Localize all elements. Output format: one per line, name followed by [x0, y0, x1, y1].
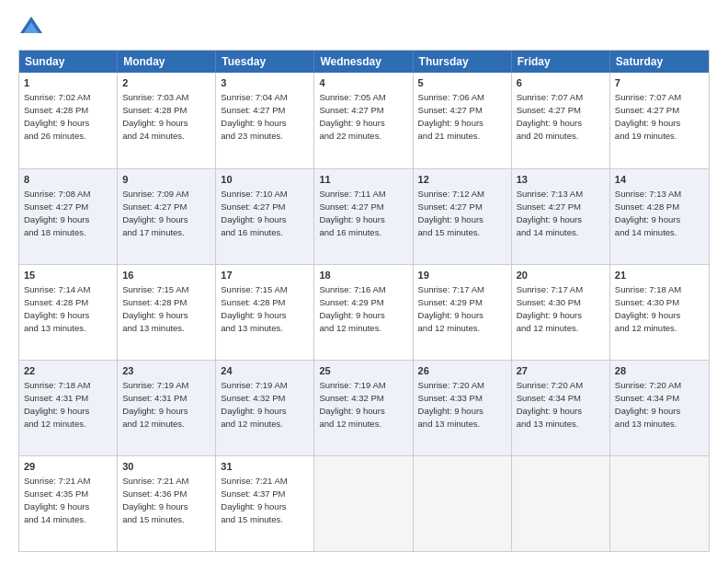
day-number: 6 — [517, 76, 605, 90]
logo — [18, 15, 48, 40]
calendar-cell: 20Sunrise: 7:17 AMSunset: 4:30 PMDayligh… — [512, 265, 610, 360]
day-number: 31 — [221, 460, 309, 474]
day-number: 28 — [615, 364, 704, 378]
calendar-cell: 13Sunrise: 7:13 AMSunset: 4:27 PMDayligh… — [512, 169, 610, 264]
calendar-cell: 9Sunrise: 7:09 AMSunset: 4:27 PMDaylight… — [118, 169, 216, 264]
day-number: 13 — [517, 173, 605, 187]
calendar-cell: 3Sunrise: 7:04 AMSunset: 4:27 PMDaylight… — [216, 73, 314, 168]
calendar-cell: 10Sunrise: 7:10 AMSunset: 4:27 PMDayligh… — [216, 169, 314, 264]
calendar-cell: 31Sunrise: 7:21 AMSunset: 4:37 PMDayligh… — [216, 456, 314, 551]
calendar-row: 8Sunrise: 7:08 AMSunset: 4:27 PMDaylight… — [19, 168, 709, 264]
calendar-cell: 19Sunrise: 7:17 AMSunset: 4:29 PMDayligh… — [414, 265, 512, 360]
day-number: 8 — [24, 173, 112, 187]
calendar-cell: 17Sunrise: 7:15 AMSunset: 4:28 PMDayligh… — [216, 265, 314, 360]
calendar-cell: 22Sunrise: 7:18 AMSunset: 4:31 PMDayligh… — [19, 361, 118, 455]
cell-info: Sunrise: 7:20 AMSunset: 4:34 PMDaylight:… — [517, 379, 605, 430]
day-number: 14 — [615, 173, 704, 187]
day-number: 7 — [615, 76, 704, 90]
calendar-cell: 18Sunrise: 7:16 AMSunset: 4:29 PMDayligh… — [314, 265, 413, 360]
day-number: 5 — [418, 76, 506, 90]
calendar-cell: 29Sunrise: 7:21 AMSunset: 4:35 PMDayligh… — [19, 456, 118, 551]
cell-info: Sunrise: 7:07 AMSunset: 4:27 PMDaylight:… — [517, 91, 605, 142]
day-number: 22 — [24, 364, 112, 378]
cell-info: Sunrise: 7:20 AMSunset: 4:34 PMDaylight:… — [615, 379, 704, 430]
day-number: 26 — [418, 364, 506, 378]
cell-info: Sunrise: 7:20 AMSunset: 4:33 PMDaylight:… — [418, 379, 506, 430]
cell-info: Sunrise: 7:19 AMSunset: 4:32 PMDaylight:… — [319, 379, 407, 430]
cell-info: Sunrise: 7:17 AMSunset: 4:29 PMDaylight:… — [418, 283, 506, 334]
cell-info: Sunrise: 7:07 AMSunset: 4:27 PMDaylight:… — [615, 91, 704, 142]
cell-info: Sunrise: 7:15 AMSunset: 4:28 PMDaylight:… — [221, 283, 309, 334]
day-number: 23 — [122, 364, 210, 378]
day-number: 2 — [122, 76, 210, 90]
calendar: SundayMondayTuesdayWednesdayThursdayFrid… — [18, 50, 710, 552]
day-number: 12 — [418, 173, 506, 187]
calendar-cell: 11Sunrise: 7:11 AMSunset: 4:27 PMDayligh… — [314, 169, 413, 264]
calendar-cell: 1Sunrise: 7:02 AMSunset: 4:28 PMDaylight… — [19, 73, 118, 168]
cell-info: Sunrise: 7:10 AMSunset: 4:27 PMDaylight:… — [221, 188, 309, 238]
logo-icon — [18, 15, 44, 40]
calendar-cell: 30Sunrise: 7:21 AMSunset: 4:36 PMDayligh… — [118, 456, 216, 551]
day-number: 3 — [221, 76, 309, 90]
calendar-cell: 4Sunrise: 7:05 AMSunset: 4:27 PMDaylight… — [314, 73, 413, 168]
calendar-header-cell: Tuesday — [216, 51, 314, 73]
day-number: 25 — [319, 364, 407, 378]
calendar-header-cell: Thursday — [414, 51, 512, 73]
day-number: 1 — [24, 76, 112, 90]
cell-info: Sunrise: 7:13 AMSunset: 4:27 PMDaylight:… — [517, 188, 605, 238]
day-number: 29 — [24, 460, 112, 474]
calendar-header-cell: Monday — [118, 51, 216, 73]
cell-info: Sunrise: 7:03 AMSunset: 4:28 PMDaylight:… — [122, 91, 210, 142]
day-number: 18 — [319, 269, 407, 282]
calendar-row: 22Sunrise: 7:18 AMSunset: 4:31 PMDayligh… — [19, 360, 709, 455]
cell-info: Sunrise: 7:21 AMSunset: 4:37 PMDaylight:… — [221, 475, 309, 525]
calendar-cell: 5Sunrise: 7:06 AMSunset: 4:27 PMDaylight… — [414, 73, 512, 168]
cell-info: Sunrise: 7:13 AMSunset: 4:28 PMDaylight:… — [615, 188, 704, 238]
day-number: 4 — [319, 76, 407, 90]
cell-info: Sunrise: 7:18 AMSunset: 4:31 PMDaylight:… — [24, 379, 112, 430]
cell-info: Sunrise: 7:16 AMSunset: 4:29 PMDaylight:… — [319, 283, 407, 334]
calendar-cell — [314, 456, 413, 551]
calendar-header: SundayMondayTuesdayWednesdayThursdayFrid… — [19, 51, 709, 73]
calendar-cell: 26Sunrise: 7:20 AMSunset: 4:33 PMDayligh… — [414, 361, 512, 455]
calendar-cell: 14Sunrise: 7:13 AMSunset: 4:28 PMDayligh… — [610, 169, 709, 264]
day-number: 19 — [418, 269, 506, 282]
cell-info: Sunrise: 7:15 AMSunset: 4:28 PMDaylight:… — [122, 283, 210, 334]
cell-info: Sunrise: 7:12 AMSunset: 4:27 PMDaylight:… — [418, 188, 506, 238]
calendar-row: 1Sunrise: 7:02 AMSunset: 4:28 PMDaylight… — [19, 73, 709, 168]
calendar-cell: 23Sunrise: 7:19 AMSunset: 4:31 PMDayligh… — [118, 361, 216, 455]
calendar-cell: 16Sunrise: 7:15 AMSunset: 4:28 PMDayligh… — [118, 265, 216, 360]
cell-info: Sunrise: 7:08 AMSunset: 4:27 PMDaylight:… — [24, 188, 112, 238]
calendar-body: 1Sunrise: 7:02 AMSunset: 4:28 PMDaylight… — [19, 73, 709, 551]
cell-info: Sunrise: 7:11 AMSunset: 4:27 PMDaylight:… — [319, 188, 407, 238]
cell-info: Sunrise: 7:04 AMSunset: 4:27 PMDaylight:… — [221, 91, 309, 142]
day-number: 30 — [122, 460, 210, 474]
day-number: 11 — [319, 173, 407, 187]
day-number: 9 — [122, 173, 210, 187]
cell-info: Sunrise: 7:06 AMSunset: 4:27 PMDaylight:… — [418, 91, 506, 142]
calendar-cell: 21Sunrise: 7:18 AMSunset: 4:30 PMDayligh… — [610, 265, 709, 360]
calendar-cell: 28Sunrise: 7:20 AMSunset: 4:34 PMDayligh… — [610, 361, 709, 455]
calendar-row: 15Sunrise: 7:14 AMSunset: 4:28 PMDayligh… — [19, 264, 709, 360]
header — [18, 15, 710, 40]
calendar-header-cell: Saturday — [610, 51, 709, 73]
cell-info: Sunrise: 7:17 AMSunset: 4:30 PMDaylight:… — [517, 283, 605, 334]
page: SundayMondayTuesdayWednesdayThursdayFrid… — [0, 0, 728, 563]
calendar-cell: 12Sunrise: 7:12 AMSunset: 4:27 PMDayligh… — [414, 169, 512, 264]
calendar-cell: 25Sunrise: 7:19 AMSunset: 4:32 PMDayligh… — [314, 361, 413, 455]
calendar-cell: 8Sunrise: 7:08 AMSunset: 4:27 PMDaylight… — [19, 169, 118, 264]
cell-info: Sunrise: 7:21 AMSunset: 4:35 PMDaylight:… — [24, 475, 112, 525]
day-number: 16 — [122, 269, 210, 282]
day-number: 15 — [24, 269, 112, 282]
cell-info: Sunrise: 7:14 AMSunset: 4:28 PMDaylight:… — [24, 283, 112, 334]
calendar-cell — [610, 456, 709, 551]
day-number: 21 — [615, 269, 704, 282]
calendar-cell: 24Sunrise: 7:19 AMSunset: 4:32 PMDayligh… — [216, 361, 314, 455]
day-number: 20 — [517, 269, 605, 282]
calendar-cell: 6Sunrise: 7:07 AMSunset: 4:27 PMDaylight… — [512, 73, 610, 168]
calendar-cell: 7Sunrise: 7:07 AMSunset: 4:27 PMDaylight… — [610, 73, 709, 168]
calendar-header-cell: Sunday — [19, 51, 118, 73]
cell-info: Sunrise: 7:05 AMSunset: 4:27 PMDaylight:… — [319, 91, 407, 142]
day-number: 27 — [517, 364, 605, 378]
day-number: 17 — [221, 269, 309, 282]
